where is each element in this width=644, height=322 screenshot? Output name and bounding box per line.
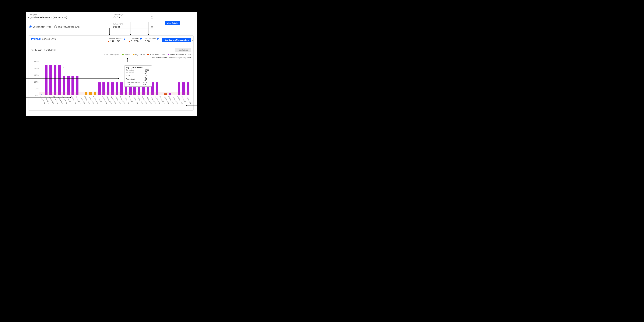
metric-burst-value: 0.12 TiB	[131, 40, 138, 42]
metric-current-consumed: Current Consumedi 1.12 /1 TiB	[108, 38, 126, 42]
service-level-rest: Service Level	[41, 38, 56, 40]
calendar-icon[interactable]	[151, 16, 153, 18]
metric-consumed-label: Current Consumed	[108, 38, 123, 40]
chart-bar[interactable]	[54, 65, 56, 95]
chart-tooltip: May 13, 2024 10:00:00 Committed: 2 TiB C…	[124, 65, 152, 87]
metric-burst-label: Current Burst	[129, 38, 139, 40]
date-range-text: Apr 25, 2024 - May 26, 2024	[31, 49, 56, 51]
svg-rect-0	[151, 17, 153, 18]
info-icon[interactable]: i	[140, 38, 142, 39]
arrow-right-icon: ▸	[28, 16, 29, 18]
dashboard-panel: Subscription ▸ QA-All-RatePlans-V1-06 (A…	[26, 12, 197, 116]
info-icon[interactable]: i	[124, 38, 126, 39]
service-level-prefix: Premium	[31, 38, 41, 40]
y-tick: 25 TiB	[34, 60, 40, 62]
chart-legend-note: Zoom in to view burst between samples di…	[31, 56, 191, 59]
subscription-field[interactable]: Subscription ▸ QA-All-RatePlans-V1-06 (A…	[28, 14, 108, 19]
y-tick: 5 TiB	[35, 88, 40, 90]
metric-accrued-label: Accrued Burst	[145, 38, 156, 40]
committed-band	[40, 92, 190, 95]
calendar-icon[interactable]	[151, 25, 153, 28]
chart-sample-dot	[94, 91, 96, 92]
legend-no-consumption[interactable]: No Consumption	[104, 53, 120, 56]
chart-bar[interactable]	[45, 65, 48, 95]
radio-invoiced-accrued-burst[interactable]: Invoiced Accrued Burst	[54, 25, 79, 28]
radio-unselected-icon	[54, 25, 57, 28]
chart-legend: No Consumption Normal High > 80% Burst 1…	[31, 53, 191, 56]
metric-consumed-value: 1.12 /1 TiB	[110, 40, 120, 42]
metric-current-burst: Current Bursti 0.12 TiB	[129, 38, 142, 42]
legend-burst[interactable]: Burst 100% - 120%	[147, 53, 165, 56]
legend-high[interactable]: High > 80%	[133, 53, 144, 56]
y-tick: 20 TiB	[34, 67, 40, 69]
info-icon[interactable]: i	[157, 38, 158, 39]
svg-rect-1	[151, 26, 153, 28]
consumption-chart[interactable]: 0 TiB5 TiB10 TiB15 TiB20 TiB25 TiB 25 Ap…	[31, 61, 191, 105]
from-date-value: 4/25/24	[113, 16, 151, 18]
to-date-value: 5/26/24	[113, 25, 151, 28]
status-dot	[108, 41, 109, 42]
hide-current-consumption-button[interactable]: Hide Current Consumption	[162, 38, 191, 42]
consumption-card: Premium Service Level Current Consumedi …	[28, 35, 194, 111]
to-date-label: To Date (UTC)	[113, 23, 153, 25]
radio-selected-icon	[29, 25, 32, 28]
radio-invoiced-label: Invoiced Accrued Burst	[58, 25, 79, 28]
chart-cursor-line	[65, 59, 65, 95]
radio-consumption-label: Consumption Trend	[33, 25, 51, 28]
view-details-button[interactable]: View Details	[165, 21, 180, 25]
chart-bar[interactable]	[50, 65, 52, 95]
subscription-value: QA-All-RatePlans-V1-06 (A-S00024534)	[30, 16, 108, 18]
y-tick: 15 TiB	[34, 74, 40, 76]
from-date-label: From Date (UTC)	[113, 14, 153, 16]
legend-normal[interactable]: Normal	[122, 53, 130, 56]
chart-bar[interactable]	[58, 65, 61, 95]
service-level-title: Premium Service Level	[31, 38, 56, 40]
from-date-field[interactable]: From Date (UTC) 4/25/24	[113, 14, 153, 19]
subscription-label: Subscription	[28, 14, 108, 16]
y-tick: 0 TiB	[35, 95, 40, 97]
metric-accrued-burst: Accrued Bursti 0 TiB	[145, 38, 158, 42]
radio-consumption-trend[interactable]: Consumption Trend	[29, 25, 51, 28]
tooltip-title: May 13, 2024 10:00:00	[126, 67, 150, 69]
chevron-down-icon[interactable]: ▾	[108, 16, 108, 18]
y-tick: 10 TiB	[34, 81, 40, 83]
status-dot	[129, 41, 130, 42]
reset-zoom-button[interactable]: Reset Zoom	[176, 48, 191, 52]
to-date-field[interactable]: To Date (UTC) 5/26/24	[113, 23, 153, 29]
metric-accrued-value: 0 TiB	[145, 40, 150, 42]
legend-above[interactable]: Above Burst Limit > 120%	[168, 53, 191, 56]
